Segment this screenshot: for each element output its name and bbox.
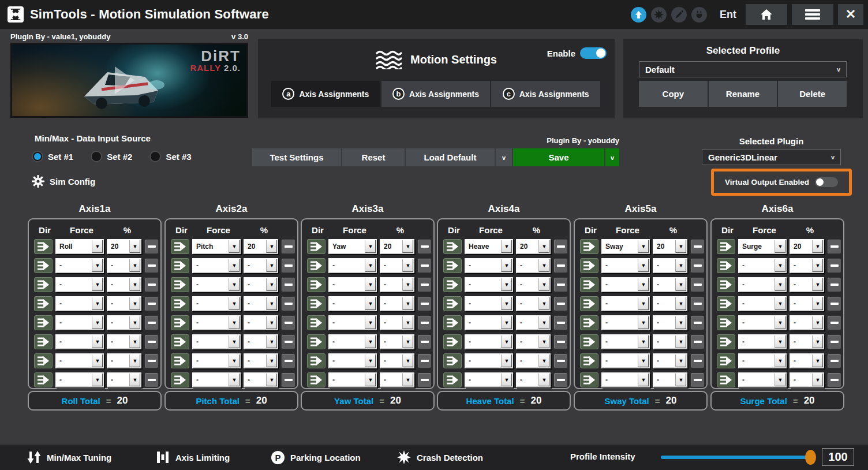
remove-row-button[interactable]: [827, 372, 841, 387]
direction-button[interactable]: [580, 258, 598, 273]
remove-row-button[interactable]: [144, 258, 159, 273]
percent-select[interactable]: -▼: [516, 258, 551, 273]
percent-select[interactable]: 20▼: [380, 239, 414, 254]
remove-row-button[interactable]: [417, 239, 432, 254]
force-select[interactable]: Heave▼: [465, 239, 513, 254]
axis-limiting-button[interactable]: Axis Limiting: [156, 445, 230, 470]
play-overlay-icon[interactable]: [115, 66, 134, 94]
remove-row-button[interactable]: [281, 334, 295, 349]
force-select[interactable]: -▼: [328, 277, 377, 292]
delete-profile-button[interactable]: Delete: [778, 81, 847, 107]
remove-row-button[interactable]: [690, 258, 705, 273]
force-select[interactable]: -▼: [465, 258, 513, 273]
force-select[interactable]: -▼: [328, 296, 377, 311]
percent-select[interactable]: -▼: [653, 372, 687, 387]
remove-row-button[interactable]: [553, 239, 568, 254]
direction-button[interactable]: [307, 296, 326, 311]
remove-row-button[interactable]: [144, 296, 159, 311]
remove-row-button[interactable]: [827, 296, 841, 311]
direction-button[interactable]: [307, 315, 326, 330]
percent-select[interactable]: 20▼: [653, 239, 687, 254]
save-dropdown-button[interactable]: v: [605, 148, 619, 166]
direction-button[interactable]: [717, 334, 735, 349]
remove-row-button[interactable]: [144, 315, 159, 330]
tab-axis-assignments-c[interactable]: c Axis Assignments: [491, 81, 600, 107]
force-select[interactable]: -▼: [601, 334, 650, 349]
force-select[interactable]: -▼: [328, 353, 377, 368]
remove-row-button[interactable]: [690, 315, 705, 330]
force-select[interactable]: -▼: [55, 258, 104, 273]
force-select[interactable]: -▼: [601, 258, 650, 273]
remove-row-button[interactable]: [827, 277, 841, 292]
remove-row-button[interactable]: [690, 372, 705, 387]
profile-intensity-slider[interactable]: [661, 456, 811, 459]
direction-button[interactable]: [307, 372, 326, 387]
force-select[interactable]: -▼: [192, 334, 241, 349]
direction-button[interactable]: [580, 334, 598, 349]
percent-select[interactable]: -▼: [790, 277, 824, 292]
percent-select[interactable]: -▼: [244, 258, 278, 273]
direction-button[interactable]: [171, 372, 189, 387]
percent-select[interactable]: -▼: [107, 372, 141, 387]
remove-row-button[interactable]: [553, 258, 568, 273]
percent-select[interactable]: -▼: [790, 372, 824, 387]
percent-select[interactable]: -▼: [516, 315, 551, 330]
remove-row-button[interactable]: [827, 334, 841, 349]
percent-select[interactable]: -▼: [107, 296, 141, 311]
percent-select[interactable]: -▼: [790, 353, 824, 368]
percent-select[interactable]: -▼: [790, 315, 824, 330]
force-select[interactable]: -▼: [738, 353, 787, 368]
force-select[interactable]: -▼: [465, 353, 513, 368]
direction-button[interactable]: [580, 353, 598, 368]
remove-row-button[interactable]: [281, 315, 295, 330]
force-select[interactable]: -▼: [55, 372, 104, 387]
percent-select[interactable]: -▼: [516, 353, 551, 368]
force-select[interactable]: -▼: [738, 296, 787, 311]
load-default-dropdown-button[interactable]: v: [496, 148, 512, 166]
direction-button[interactable]: [34, 277, 53, 292]
percent-select[interactable]: 20▼: [790, 239, 824, 254]
force-select[interactable]: -▼: [738, 258, 787, 273]
force-select[interactable]: -▼: [601, 315, 650, 330]
percent-select[interactable]: -▼: [244, 372, 278, 387]
percent-select[interactable]: 20▼: [244, 239, 278, 254]
remove-row-button[interactable]: [553, 296, 568, 311]
percent-select[interactable]: -▼: [380, 372, 414, 387]
direction-button[interactable]: [34, 334, 53, 349]
direction-button[interactable]: [580, 277, 598, 292]
direction-button[interactable]: [717, 239, 735, 254]
force-select[interactable]: -▼: [465, 296, 513, 311]
direction-button[interactable]: [34, 372, 53, 387]
remove-row-button[interactable]: [417, 372, 432, 387]
percent-select[interactable]: -▼: [380, 334, 414, 349]
remove-row-button[interactable]: [281, 258, 295, 273]
direction-button[interactable]: [307, 258, 326, 273]
percent-select[interactable]: -▼: [380, 277, 414, 292]
direction-button[interactable]: [171, 296, 189, 311]
radio-selected-icon[interactable]: [32, 151, 43, 162]
percent-select[interactable]: -▼: [790, 258, 824, 273]
remove-row-button[interactable]: [553, 277, 568, 292]
test-settings-button[interactable]: Test Settings: [252, 148, 341, 166]
remove-row-button[interactable]: [144, 277, 159, 292]
remove-row-button[interactable]: [144, 353, 159, 368]
remove-row-button[interactable]: [827, 239, 841, 254]
remove-row-button[interactable]: [417, 296, 432, 311]
percent-select[interactable]: -▼: [516, 372, 551, 387]
remove-row-button[interactable]: [417, 258, 432, 273]
force-select[interactable]: -▼: [55, 296, 104, 311]
force-select[interactable]: -▼: [601, 353, 650, 368]
remove-row-button[interactable]: [281, 277, 295, 292]
force-select[interactable]: -▼: [328, 315, 377, 330]
sim-config-button[interactable]: Sim Config: [32, 175, 95, 188]
remove-row-button[interactable]: [827, 353, 841, 368]
remove-row-button[interactable]: [553, 353, 568, 368]
direction-button[interactable]: [443, 296, 462, 311]
load-default-button[interactable]: Load Default: [406, 148, 495, 166]
direction-button[interactable]: [580, 296, 598, 311]
force-select[interactable]: -▼: [192, 296, 241, 311]
profile-select[interactable]: Default v: [639, 61, 847, 77]
remove-row-button[interactable]: [417, 315, 432, 330]
direction-button[interactable]: [171, 334, 189, 349]
direction-button[interactable]: [307, 334, 326, 349]
